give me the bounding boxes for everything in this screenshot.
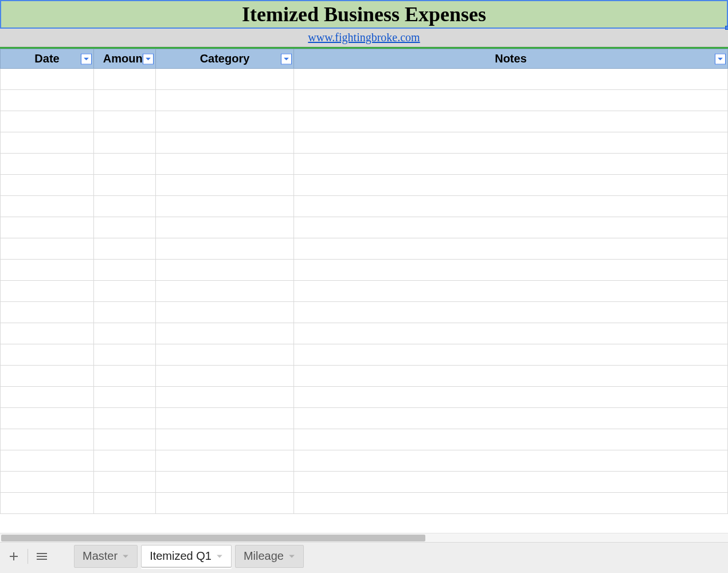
cell[interactable] — [94, 111, 156, 132]
cell[interactable] — [1, 238, 94, 260]
cell[interactable] — [294, 429, 728, 450]
cell[interactable] — [156, 493, 294, 514]
table-row[interactable] — [1, 217, 728, 238]
cell[interactable] — [294, 387, 728, 408]
cell[interactable] — [156, 69, 294, 90]
table-row[interactable] — [1, 429, 728, 450]
cell[interactable] — [1, 302, 94, 323]
cell[interactable] — [94, 281, 156, 302]
cell[interactable] — [94, 69, 156, 90]
cell[interactable] — [294, 90, 728, 111]
cell[interactable] — [94, 344, 156, 366]
cell[interactable] — [156, 344, 294, 366]
col-header-category[interactable]: Category — [156, 49, 294, 69]
cell[interactable] — [1, 408, 94, 429]
table-row[interactable] — [1, 323, 728, 344]
cell[interactable] — [156, 429, 294, 450]
title-row[interactable]: Itemized Business Expenses — [0, 0, 728, 29]
cell[interactable] — [294, 302, 728, 323]
table-row[interactable] — [1, 281, 728, 302]
cell[interactable] — [94, 132, 156, 154]
cell[interactable] — [94, 450, 156, 472]
cell[interactable] — [1, 132, 94, 154]
cell[interactable] — [1, 69, 94, 90]
cell[interactable] — [156, 175, 294, 196]
cell[interactable] — [1, 429, 94, 450]
cell[interactable] — [294, 323, 728, 344]
cell[interactable] — [294, 111, 728, 132]
chevron-down-icon[interactable] — [122, 553, 129, 560]
cell[interactable] — [156, 366, 294, 387]
filter-notes-button[interactable] — [715, 53, 726, 64]
cell[interactable] — [294, 366, 728, 387]
cell[interactable] — [294, 132, 728, 154]
cell[interactable] — [1, 493, 94, 514]
cell[interactable] — [1, 196, 94, 217]
cell[interactable] — [94, 217, 156, 238]
cell[interactable] — [1, 450, 94, 472]
cell[interactable] — [1, 366, 94, 387]
col-header-date[interactable]: Date — [1, 49, 94, 69]
cell[interactable] — [156, 472, 294, 493]
add-sheet-button[interactable] — [3, 546, 24, 567]
table-row[interactable] — [1, 344, 728, 366]
table-row[interactable] — [1, 132, 728, 154]
table-row[interactable] — [1, 387, 728, 408]
sheet-tab-mileage[interactable]: Mileage — [235, 545, 304, 568]
filter-category-button[interactable] — [281, 53, 292, 64]
cell[interactable] — [294, 281, 728, 302]
table-row[interactable] — [1, 450, 728, 472]
cell[interactable] — [1, 154, 94, 175]
cell[interactable] — [294, 154, 728, 175]
table-row[interactable] — [1, 90, 728, 111]
table-row[interactable] — [1, 238, 728, 260]
cell[interactable] — [156, 281, 294, 302]
cell[interactable] — [294, 69, 728, 90]
website-link[interactable]: www.fightingbroke.com — [308, 31, 420, 44]
chevron-down-icon[interactable] — [288, 553, 295, 560]
cell[interactable] — [94, 493, 156, 514]
cell[interactable] — [156, 408, 294, 429]
cell[interactable] — [94, 429, 156, 450]
cell[interactable] — [94, 472, 156, 493]
chevron-down-icon[interactable] — [216, 553, 223, 560]
cell[interactable] — [156, 154, 294, 175]
cell[interactable] — [94, 408, 156, 429]
table-row[interactable] — [1, 408, 728, 429]
cell[interactable] — [1, 281, 94, 302]
cell[interactable] — [1, 217, 94, 238]
all-sheets-button[interactable] — [32, 546, 52, 567]
table-row[interactable] — [1, 472, 728, 493]
cell[interactable] — [156, 450, 294, 472]
cell[interactable] — [94, 238, 156, 260]
cell[interactable] — [156, 323, 294, 344]
cell[interactable] — [156, 217, 294, 238]
table-row[interactable] — [1, 111, 728, 132]
cell[interactable] — [156, 111, 294, 132]
cell[interactable] — [156, 302, 294, 323]
cell[interactable] — [294, 493, 728, 514]
col-header-notes[interactable]: Notes — [294, 49, 728, 69]
cell[interactable] — [294, 175, 728, 196]
scrollbar-thumb[interactable] — [1, 535, 425, 541]
cell[interactable] — [94, 196, 156, 217]
cell[interactable] — [1, 90, 94, 111]
cell[interactable] — [294, 450, 728, 472]
cell[interactable] — [294, 196, 728, 217]
cell[interactable] — [1, 175, 94, 196]
table-row[interactable] — [1, 175, 728, 196]
table-row[interactable] — [1, 260, 728, 281]
cell[interactable] — [94, 366, 156, 387]
cell[interactable] — [94, 260, 156, 281]
cell[interactable] — [94, 387, 156, 408]
cell[interactable] — [294, 238, 728, 260]
cell[interactable] — [294, 217, 728, 238]
sheet-tab-master[interactable]: Master — [74, 545, 138, 568]
cell[interactable] — [294, 344, 728, 366]
filter-date-button[interactable] — [81, 53, 92, 64]
table-row[interactable] — [1, 302, 728, 323]
sheet-tab-itemized-q1[interactable]: Itemized Q1 — [141, 545, 232, 568]
cell[interactable] — [294, 472, 728, 493]
cell[interactable] — [1, 260, 94, 281]
table-row[interactable] — [1, 154, 728, 175]
